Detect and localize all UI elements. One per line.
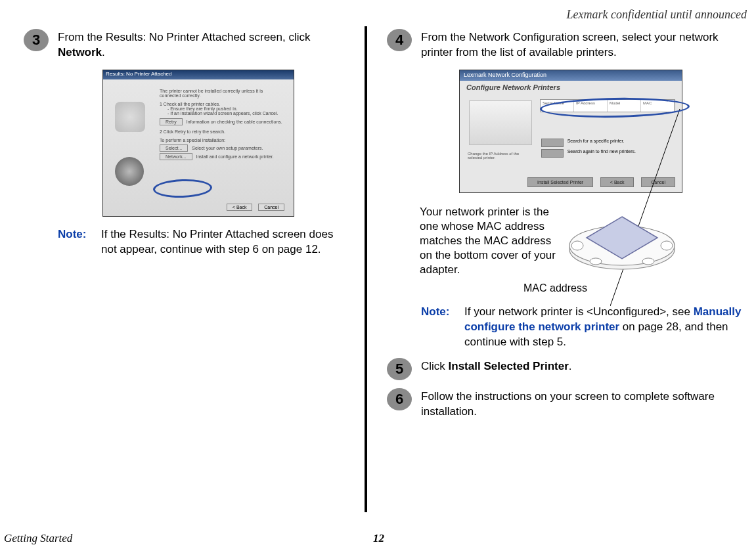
svg-point-3 [571,241,583,250]
ss1-info: Information on checking the cable connec… [187,120,282,124]
ss2-back-button: < Back [600,177,634,187]
step-3: 3 From the Results: No Printer Attached … [24,30,348,60]
right-note: Note: If your network printer is <Unconf… [421,305,749,350]
adapter-illustration [564,205,680,276]
step-3-text-a: From the Results: No Printer Attached sc… [58,31,311,43]
ss1-footer-buttons: < Back Cancel [227,199,287,212]
ss2-install-button: Install Selected Printer [527,177,593,187]
step-3-text-c: . [102,46,105,58]
ss1-l2: 1 Check all the printer cables. [160,102,284,106]
step-6-text: Follow the instructions on your screen t… [421,389,749,420]
ss1-computer-icon [115,102,145,132]
ss1-callout-ellipse [153,178,213,198]
step-3-text-bold: Network [58,46,102,58]
ss1-globe-icon [115,157,144,186]
step-5-text: Click Install Selected Printer. [421,359,749,374]
step-5-text-c: . [569,360,572,372]
ss1-l4: To perform a special installation: [160,138,284,143]
step-5-text-bold: Install Selected Printer [449,360,569,372]
ss1-opt1: Select your own setup parameters. [192,146,263,150]
header-confidential: Lexmark confidential until announced [567,8,747,22]
ss1-body-text: The printer cannot be installed correctl… [160,89,284,160]
right-note-label: Note: [421,305,464,350]
left-note-label: Note: [58,227,101,257]
ss1-cancel-button: Cancel [258,204,284,211]
footer-section-title: Getting Started [4,532,72,545]
ss1-retry-button: Retry [160,118,183,125]
step-3-number: 3 [24,29,49,51]
right-note-body: If your network printer is <Unconfigured… [464,305,749,350]
ss2-action-buttons: Search for a specific printer. Search ag… [541,139,673,160]
step-4-text: From the Network Configuration screen, s… [421,30,749,60]
screenshot-no-printer-attached: Results: No Printer Attached The printer… [102,70,294,217]
ss2-titlebar: Lexmark Network Configuration [460,70,682,81]
step-4-number: 4 [387,29,412,51]
mac-address-label: MAC address [523,282,749,294]
ss1-l2b: - If an installation wizard screen appea… [160,111,284,116]
ss2-btn1-label: Search for a specific printer. [567,139,625,147]
page-footer: Getting Started 12 [0,532,756,545]
ss2-search-again-button [541,149,564,158]
svg-point-4 [661,241,673,250]
step-5-number: 5 [387,358,412,380]
left-note: Note: If the Results: No Printer Attache… [58,227,348,257]
svg-point-6 [642,258,654,265]
ss1-network-button: Network... [160,153,192,160]
two-column-layout: 3 From the Results: No Printer Attached … [0,30,756,512]
ss1-l2a: - Ensure they are firmly pushed in. [160,106,284,111]
ss2-side-text: Change the IP Address of the selected pr… [468,152,528,160]
ss2-printer-graphic [469,100,532,145]
mac-description-text: Your network printer is the one whose MA… [420,205,564,277]
ss2-heading: Configure Network Printers [460,81,682,93]
left-note-body: If the Results: No Printer Attached scre… [101,227,348,257]
ss1-select-button: Select... [160,144,188,152]
ss1-l1: The printer cannot be installed correctl… [160,89,284,98]
ss1-titlebar: Results: No Printer Attached [103,70,294,79]
step-6-number: 6 [387,388,412,410]
step-6: 6 Follow the instructions on your screen… [387,389,749,420]
ss1-l3: 2 Click Retry to retry the search. [160,129,284,134]
ss2-btn2-label: Search again to find new printers. [567,149,636,158]
right-note-a: If your network printer is <Unconfigured… [464,305,694,318]
svg-point-5 [590,258,602,265]
step-3-text: From the Results: No Printer Attached sc… [58,30,348,60]
ss2-search-specific-button [541,139,564,147]
step-5-text-a: Click [421,360,449,372]
screenshot-network-config: Lexmark Network Configuration Configure … [459,70,682,193]
step-5: 5 Click Install Selected Printer. [387,359,749,380]
ss1-back-button: < Back [227,204,253,211]
step-4: 4 From the Network Configuration screen,… [387,30,749,60]
screenshot-2-wrapper: Lexmark Network Configuration Configure … [420,70,749,193]
left-column: 3 From the Results: No Printer Attached … [0,30,365,512]
ss2-footer-buttons: Install Selected Printer < Back Cancel [523,174,675,187]
footer-page-number: 12 [373,532,384,545]
ss1-opt2: Install and configure a network printer. [196,154,273,159]
mac-description-row: Your network printer is the one whose MA… [420,205,749,277]
right-column: 4 From the Network Configuration screen,… [367,30,755,512]
ss2-cancel-button: Cancel [641,177,675,187]
